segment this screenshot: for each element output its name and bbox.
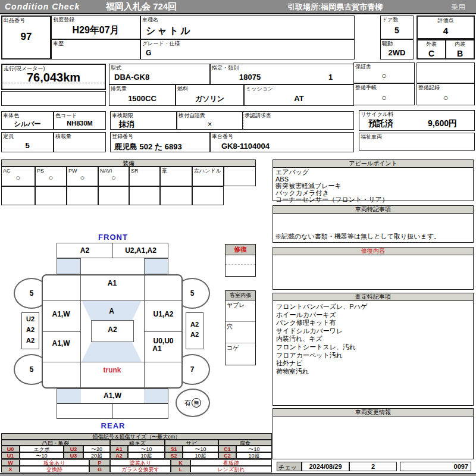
check-count-cell: 2 (349, 462, 397, 471)
legend-value: 10超 (128, 452, 165, 459)
cabin-interior-item-burn: コゲ (226, 343, 255, 365)
front-corner-left (57, 258, 81, 274)
legend-value: 塗装あり (110, 459, 171, 466)
field-drive: 駆動 2WD (380, 39, 414, 60)
legend-value: 板金あり (20, 459, 89, 466)
cabin-interior-item-label: ヤブレ (227, 302, 245, 308)
equipment-label: 革 (162, 168, 167, 174)
equipment-empty-cell (67, 186, 98, 205)
appeal-points-list: エアバッグ ABS 衝突被害軽減ブレーキ バックカメラ付き コーナーセンサー（フ… (275, 169, 389, 203)
body-color-label: 車体色 (3, 112, 19, 118)
equipment-empty-cell (192, 186, 224, 205)
equipment-mark: ○ (2, 173, 35, 182)
right-sill-box: A2 A2 (186, 312, 203, 349)
inspection-label: 車検期限 (112, 112, 133, 118)
equipment-empty-cell (35, 186, 67, 205)
equipment-empty-cell (98, 186, 129, 205)
color-code-value: NH830M (54, 120, 105, 127)
left-rear-door-code: A1,W (42, 339, 80, 347)
model-code-label: 型式 (111, 65, 121, 71)
score-value: 4 (418, 26, 474, 36)
transmission-label: ミッション (246, 86, 273, 92)
field-body-color: 車体色 シルバー (1, 111, 54, 130)
recycle-label: リサイクル料 (361, 111, 393, 117)
assessment-notes-header: 査定特記事項 (273, 293, 473, 301)
field-history: 車歴 (51, 39, 140, 60)
assessment-item: 内装汚れ、キズ (276, 335, 367, 343)
insurance-label: 検付自賠責 (178, 112, 205, 118)
equipment-label: 左ハンドル (194, 168, 221, 174)
exterior-value: C (418, 49, 445, 58)
doors-value: 5 (381, 26, 413, 35)
equipment-empty-cell (129, 186, 160, 205)
field-score: 評価点 4 (416, 15, 475, 39)
field-registration-number: 登録番号 鹿児島 502 た 6893 (110, 132, 210, 152)
auction-title: 福岡入札会 724回 (106, 1, 177, 12)
legend-value: 交換跡 (20, 466, 89, 472)
diagram-line (112, 243, 113, 258)
page-number-value: 0097 (454, 463, 468, 470)
repair-detail-box: 修復内容 (273, 247, 474, 290)
equipment-title-text: 装備 (123, 160, 134, 167)
field-load-capacity: 積載量 (54, 132, 106, 152)
left-front-door-code: A1,W (42, 310, 80, 318)
tire-depth-value: 7 (190, 365, 195, 374)
field-approval-request: 承認請求書 (243, 111, 354, 130)
repair-flag-divider (226, 264, 255, 265)
spare-none-selected: 無 (192, 398, 201, 408)
legend-title-text: 損傷記号＆損傷サイズ（〜最大cm） (93, 434, 181, 440)
change-info-header: 車両変更情報 (273, 409, 473, 416)
transmission-value: AT (245, 94, 353, 103)
assessment-item: ホイールカバーキズ (276, 311, 367, 320)
trunk-label: trunk (80, 366, 144, 374)
field-maintenance-book: 整備手帳 ○ (353, 83, 415, 105)
load-label: 積載量 (55, 133, 71, 139)
capacity-label: 定員 (3, 133, 14, 139)
brand-logo: Condition Check (5, 2, 80, 11)
field-chassis-number: 車台番号 GK8-1104004 (210, 132, 354, 152)
appeal-points-header: アピールポイント (273, 160, 473, 168)
windshield-code: A (82, 307, 142, 315)
field-capacity: 定員 5 (1, 132, 54, 152)
legend-group-corrosion: 腐食 (218, 440, 272, 446)
legend-value: 〜10 (128, 446, 165, 452)
appeal-title-text: アピールポイント (349, 160, 397, 167)
doors-label: ドア数 (382, 17, 398, 23)
change-info-box: 車両変更情報 (273, 408, 474, 459)
fuel-label: 燃料 (177, 86, 188, 92)
grade-label: グレード・仕様 (142, 40, 180, 46)
legend-code: C1 (218, 446, 236, 452)
legend-code: U3 (64, 452, 83, 459)
legend-code: S2 (165, 452, 183, 459)
legend-code: W (1, 459, 20, 466)
appeal-item: エアバッグ (275, 169, 389, 176)
first-reg-value: H29年07月 (52, 24, 140, 37)
welfare-label: 福祉車両 (361, 134, 382, 140)
repair-flag-header: 修復 (226, 245, 255, 255)
assessment-item: フロントシートスレ、汚れ (276, 343, 367, 352)
color-code-label: 色コード (55, 112, 77, 118)
field-doors: ドア数 5 (380, 15, 414, 39)
legend-code: K (171, 459, 190, 466)
legend-code: A1 (110, 446, 128, 452)
left-sill-box: U2 A2 A2 (21, 312, 39, 349)
legend-value: レンズ割れ (190, 466, 272, 472)
equipment-cell-ps: PS ○ (35, 167, 67, 186)
reg-number-label: 登録番号 (112, 133, 133, 139)
warranty-empty-box (416, 62, 475, 83)
equipment-title: 装備 (1, 159, 256, 167)
exterior-label: 外装 (418, 41, 445, 47)
equipment-cell-ac: AC ○ (1, 167, 35, 186)
capacity-value: 5 (2, 141, 53, 150)
left-sill-code: A2 (22, 326, 39, 333)
vehicle-class: 乗用 (451, 2, 465, 12)
drive-label: 駆動 (382, 40, 393, 46)
rear-bumper (57, 403, 168, 419)
assessment-title-text: 査定特記事項 (355, 293, 391, 300)
legend-value: 〜10 (236, 446, 272, 452)
field-insurance: 検付自賠責 × (177, 111, 243, 130)
tire-depth-value: 5 (30, 365, 34, 374)
legend-code: U1 (1, 452, 20, 459)
recycle-status: 預託済 (368, 118, 393, 129)
warranty-label: 保証書 (355, 64, 371, 70)
